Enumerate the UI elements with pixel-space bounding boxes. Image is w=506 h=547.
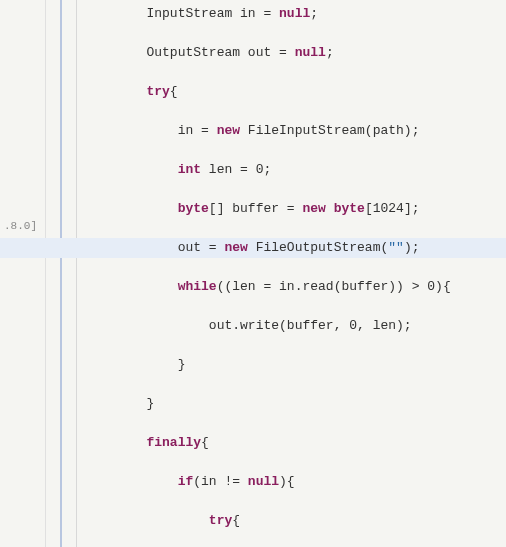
vertical-guide-1 <box>60 0 62 547</box>
code-line: if(in != null){ <box>84 472 500 492</box>
code-line: out = new FileOutputStream(""); <box>0 238 506 258</box>
code-line: InputStream in = null; <box>84 4 500 24</box>
code-line: out.write(buffer, 0, len); <box>84 316 500 336</box>
gutter-label: .8.0] <box>4 220 37 232</box>
vertical-guide-2 <box>76 0 77 547</box>
code-line: try{ <box>84 511 500 531</box>
code-line: in = new FileInputStream(path); <box>84 121 500 141</box>
gutter: .8.0] <box>0 0 46 547</box>
code-viewer: InputStream in = null; OutputStream out … <box>84 4 500 547</box>
code-line: finally{ <box>84 433 500 453</box>
code-line: OutputStream out = null; <box>84 43 500 63</box>
code-line: while((len = in.read(buffer)) > 0){ <box>84 277 500 297</box>
code-line: byte[] buffer = new byte[1024]; <box>84 199 500 219</box>
code-line: } <box>84 355 500 375</box>
code-line: int len = 0; <box>84 160 500 180</box>
code-line: try{ <box>84 82 500 102</box>
code-line: } <box>84 394 500 414</box>
